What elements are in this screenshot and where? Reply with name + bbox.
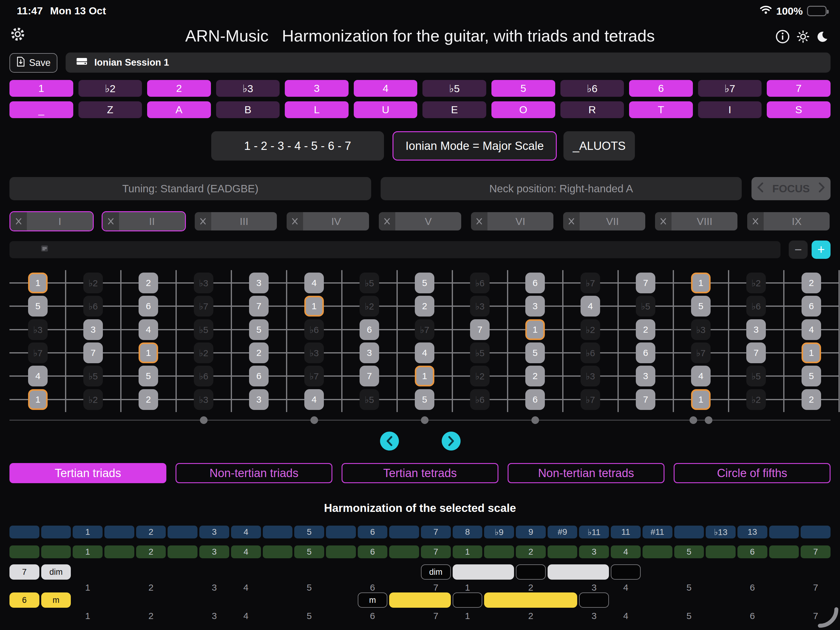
note-s2-f8-♭3[interactable]: ♭3	[470, 296, 489, 317]
note-s5-f7-1[interactable]: 1	[415, 366, 434, 387]
note-s3-f11-2[interactable]: 2	[636, 319, 655, 340]
light-mode-sun-icon[interactable]	[796, 30, 810, 45]
chord-pill-yellow-col15[interactable]	[484, 592, 577, 608]
extension-pill-blank-0[interactable]	[9, 526, 39, 538]
note-s2-f4-7[interactable]: 7	[249, 296, 268, 317]
note-s3-f5-♭6[interactable]: ♭6	[304, 319, 324, 340]
note-s3-f4-5[interactable]: 5	[249, 319, 268, 340]
session-name-bar[interactable]: Ionian Session 1	[66, 52, 831, 73]
degree-pill-7-25[interactable]: 7	[801, 545, 831, 558]
fretboard-scrollbar[interactable]	[9, 241, 780, 258]
degree-pill-5-9[interactable]: 5	[294, 545, 324, 558]
chord-pill-dim-col1[interactable]: dim	[41, 564, 71, 579]
note-s1-f4-3[interactable]: 3	[249, 273, 268, 293]
anagram-button[interactable]: _ALUOTS	[564, 131, 635, 161]
note-s6-f1-♭2[interactable]: ♭2	[83, 389, 103, 410]
note-s3-f7-♭7[interactable]: ♭7	[415, 319, 434, 340]
dark-mode-moon-icon[interactable]	[816, 30, 828, 44]
view-tab-non-tertian-triads[interactable]: Non-tertian triads	[175, 463, 332, 483]
extension-pill-♭9-15[interactable]: ♭9	[484, 526, 514, 538]
note-s2-f7-2[interactable]: 2	[415, 296, 434, 317]
extension-pill-blank-25[interactable]	[801, 526, 831, 538]
view-tab-tertian-triads[interactable]: Tertian triads	[9, 463, 166, 483]
note-s4-f7-4[interactable]: 4	[415, 343, 434, 363]
note-s3-f14-4[interactable]: 4	[802, 319, 821, 340]
note-s2-f5-1[interactable]: 1	[304, 296, 324, 317]
degree-pill-2-16[interactable]: 2	[516, 545, 546, 558]
save-button[interactable]: Save	[9, 53, 57, 73]
note-s2-f12-5[interactable]: 5	[691, 296, 711, 317]
note-s4-f10-♭6[interactable]: ♭6	[581, 343, 600, 363]
close-icon[interactable]	[287, 212, 303, 231]
letter-pill-Z[interactable]: Z	[79, 101, 142, 118]
degree-pill-blank-10[interactable]	[326, 545, 356, 558]
extension-pill-♭11-18[interactable]: ♭11	[579, 526, 609, 538]
close-icon[interactable]	[655, 212, 671, 231]
note-s1-f2-2[interactable]: 2	[139, 273, 158, 293]
note-s5-f13-♭5[interactable]: ♭5	[746, 366, 766, 387]
note-s3-f10-♭2[interactable]: ♭2	[581, 319, 600, 340]
degree-pill-blank-1[interactable]	[41, 545, 71, 558]
note-s6-f10-♭7[interactable]: ♭7	[581, 389, 600, 410]
note-s2-f11-♭5[interactable]: ♭5	[636, 296, 655, 317]
degree-pill-5[interactable]: 5	[491, 80, 555, 97]
note-s3-f12-♭3[interactable]: ♭3	[691, 319, 711, 340]
degree-pill-4-19[interactable]: 4	[611, 545, 641, 558]
extension-pill-9-16[interactable]: 9	[516, 526, 546, 538]
degree-pill-blank-20[interactable]	[643, 545, 673, 558]
degree-pill-3-18[interactable]: 3	[579, 545, 609, 558]
zoom-out-button[interactable]: −	[789, 240, 808, 259]
note-s4-f13-7[interactable]: 7	[746, 343, 766, 363]
degree-pill-blank-22[interactable]	[706, 545, 736, 558]
letter-pill-E[interactable]: E	[422, 101, 486, 118]
close-icon[interactable]	[379, 212, 395, 231]
degree-pill-blank-17[interactable]	[548, 545, 578, 558]
note-s5-f8-♭2[interactable]: ♭2	[470, 366, 489, 387]
letter-pill-L[interactable]: L	[285, 101, 349, 118]
note-s5-f6-7[interactable]: 7	[360, 366, 379, 387]
note-s3-f8-7[interactable]: 7	[470, 319, 489, 340]
chord-pill-yellow-col12[interactable]	[389, 592, 450, 608]
chord-pill-m-col1[interactable]: m	[41, 592, 71, 608]
scroll-right-button[interactable]	[442, 432, 461, 450]
note-s4-f8-♭5[interactable]: ♭5	[470, 343, 489, 363]
tuning-selector[interactable]: Tuning: Standard (EADGBE)	[9, 177, 371, 200]
position-tab-IV[interactable]: IV	[286, 211, 370, 231]
position-tab-II[interactable]: II	[102, 211, 186, 231]
note-s4-f9-5[interactable]: 5	[525, 343, 545, 363]
degree-pill-♭2[interactable]: ♭2	[79, 80, 142, 97]
close-icon[interactable]	[195, 212, 211, 231]
note-s3-f9-1[interactable]: 1	[525, 319, 545, 340]
letter-pill-O[interactable]: O	[491, 101, 555, 118]
degree-pill-4-7[interactable]: 4	[231, 545, 261, 558]
degree-pill-♭7[interactable]: ♭7	[698, 80, 762, 97]
focus-prev-chevron-icon[interactable]	[756, 182, 764, 195]
note-s4-f12-♭7[interactable]: ♭7	[691, 343, 711, 363]
note-s3-f13-3[interactable]: 3	[746, 319, 766, 340]
note-s5-f10-♭3[interactable]: ♭3	[581, 366, 600, 387]
zoom-in-button[interactable]: +	[812, 240, 831, 259]
close-icon[interactable]	[103, 212, 119, 231]
note-s5-f0-4[interactable]: 4	[28, 366, 47, 387]
letter-pill-S[interactable]: S	[767, 101, 831, 118]
extension-pill-blank-10[interactable]	[326, 526, 356, 538]
note-s3-f3-♭5[interactable]: ♭5	[194, 319, 213, 340]
note-s1-f9-6[interactable]: 6	[525, 273, 545, 293]
notes-list-icon[interactable]	[40, 244, 49, 254]
chord-pill-6-col0[interactable]: 6	[9, 592, 39, 608]
note-s4-f6-3[interactable]: 3	[360, 343, 379, 363]
extension-pill-6-11[interactable]: 6	[358, 526, 388, 538]
note-s2-f10-4[interactable]: 4	[581, 296, 600, 317]
note-s1-f5-4[interactable]: 4	[304, 273, 324, 293]
degree-pill-blank-12[interactable]	[389, 545, 419, 558]
chord-pill-m-col11[interactable]: m	[358, 592, 388, 608]
extension-pill-blank-5[interactable]	[167, 526, 197, 538]
note-s2-f9-3[interactable]: 3	[525, 296, 545, 317]
note-s6-f13-♭2[interactable]: ♭2	[746, 389, 766, 410]
letter-pill-A[interactable]: A	[147, 101, 211, 118]
degree-pill-2-4[interactable]: 2	[136, 545, 166, 558]
letter-pill-T[interactable]: T	[629, 101, 693, 118]
chord-pill-dark-col14[interactable]	[453, 592, 483, 608]
extension-pill-13-23[interactable]: 13	[737, 526, 767, 538]
note-s5-f5-♭7[interactable]: ♭7	[304, 366, 324, 387]
